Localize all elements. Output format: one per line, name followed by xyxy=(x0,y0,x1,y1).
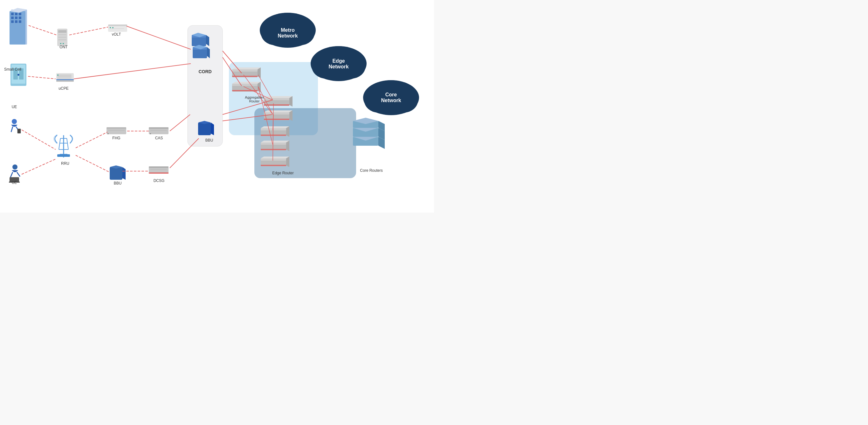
svg-line-128 xyxy=(22,130,56,150)
svg-rect-100 xyxy=(261,128,286,130)
svg-line-123 xyxy=(29,26,57,35)
svg-marker-91 xyxy=(264,96,292,98)
svg-line-18 xyxy=(11,127,13,132)
agg-router-label: Aggregation xyxy=(245,95,264,99)
core-routers-label: Core Routers xyxy=(360,168,382,173)
svg-rect-95 xyxy=(264,112,289,115)
svg-rect-43 xyxy=(56,79,74,80)
svg-line-130 xyxy=(76,132,107,148)
svg-rect-34 xyxy=(108,25,127,26)
svg-rect-60 xyxy=(110,167,122,180)
svg-rect-29 xyxy=(58,37,66,38)
svg-rect-39 xyxy=(57,74,71,79)
svg-line-22 xyxy=(10,172,13,177)
svg-line-135 xyxy=(170,139,199,168)
svg-line-49 xyxy=(67,139,68,150)
svg-line-126 xyxy=(28,77,56,79)
svg-rect-42 xyxy=(56,80,74,82)
svg-rect-2 xyxy=(11,13,14,15)
cas-label: CAS xyxy=(155,136,163,140)
svg-rect-98 xyxy=(264,119,289,120)
metro-network-label2: Network xyxy=(278,33,298,38)
svg-point-17 xyxy=(12,119,17,124)
svg-rect-76 xyxy=(198,122,211,135)
svg-point-16 xyxy=(18,74,20,76)
ont-label: ONT xyxy=(59,45,68,49)
edge-network-label: Edge xyxy=(332,58,345,64)
cord-label: CORD xyxy=(198,69,211,74)
svg-marker-62 xyxy=(122,167,126,180)
svg-line-23 xyxy=(17,172,20,177)
svg-line-134 xyxy=(76,155,109,172)
core-network-label: Core xyxy=(385,92,397,97)
svg-marker-106 xyxy=(261,141,289,143)
ucpe-label: uCPE xyxy=(59,86,68,91)
core-network-label2: Network xyxy=(381,98,401,103)
svg-rect-53 xyxy=(106,127,126,129)
svg-rect-65 xyxy=(149,173,168,174)
svg-point-32 xyxy=(63,43,64,44)
metro-network-label: Metro xyxy=(281,27,295,33)
svg-rect-57 xyxy=(149,127,168,129)
bbu-cord-label: BBU xyxy=(206,138,213,143)
volt-label: vOLT xyxy=(112,32,121,37)
svg-point-31 xyxy=(60,43,61,44)
svg-marker-81 xyxy=(232,67,261,69)
edge-router-label: Edge Router xyxy=(272,171,293,175)
svg-rect-59 xyxy=(150,133,151,134)
svg-rect-113 xyxy=(261,165,286,166)
diagram-svg: Metro Network Edge Network Core Network … xyxy=(0,0,434,212)
svg-rect-103 xyxy=(261,134,286,136)
svg-rect-5 xyxy=(11,17,14,19)
network-diagram: Metro Network Edge Network Core Network … xyxy=(0,0,434,212)
svg-rect-64 xyxy=(149,166,168,168)
fhg-label: FHG xyxy=(112,136,120,140)
svg-line-48 xyxy=(59,139,60,150)
edge-network-label2: Network xyxy=(329,64,348,69)
svg-rect-7 xyxy=(19,17,21,19)
svg-line-132 xyxy=(170,115,190,131)
svg-marker-111 xyxy=(261,156,289,158)
svg-rect-90 xyxy=(264,98,289,100)
svg-rect-51 xyxy=(57,154,70,157)
svg-rect-9 xyxy=(15,20,18,23)
svg-rect-1 xyxy=(9,11,25,44)
svg-rect-55 xyxy=(107,133,109,134)
svg-marker-86 xyxy=(232,82,261,84)
smallcell-label: Small Cell xyxy=(4,67,21,71)
ue1-label: UE xyxy=(12,105,17,109)
rru-label: RRU xyxy=(61,161,69,166)
svg-point-36 xyxy=(110,27,111,28)
svg-marker-96 xyxy=(264,111,292,112)
svg-rect-80 xyxy=(232,69,257,71)
svg-rect-108 xyxy=(261,149,286,150)
svg-rect-85 xyxy=(232,84,257,86)
svg-line-124 xyxy=(69,27,108,35)
svg-rect-110 xyxy=(261,158,286,161)
svg-marker-101 xyxy=(261,126,289,128)
dcsg-label: DCSG xyxy=(154,179,165,183)
svg-rect-8 xyxy=(11,20,14,23)
bbu-lower-label: BBU xyxy=(114,181,122,185)
svg-rect-20 xyxy=(18,129,21,133)
svg-point-21 xyxy=(12,164,18,170)
svg-line-127 xyxy=(74,64,191,79)
svg-rect-27 xyxy=(58,30,66,33)
svg-rect-105 xyxy=(261,143,286,145)
svg-rect-10 xyxy=(19,20,21,23)
svg-point-41 xyxy=(57,74,59,76)
svg-rect-30 xyxy=(58,39,66,40)
ue2-label: UE xyxy=(12,180,17,185)
svg-rect-28 xyxy=(58,34,66,35)
svg-rect-4 xyxy=(19,13,21,15)
agg-router-label2: Router xyxy=(249,99,259,103)
svg-marker-78 xyxy=(211,122,214,135)
svg-point-37 xyxy=(112,27,114,28)
svg-line-125 xyxy=(127,26,191,49)
svg-rect-3 xyxy=(15,13,18,15)
svg-rect-6 xyxy=(15,17,18,19)
svg-line-129 xyxy=(22,159,56,174)
